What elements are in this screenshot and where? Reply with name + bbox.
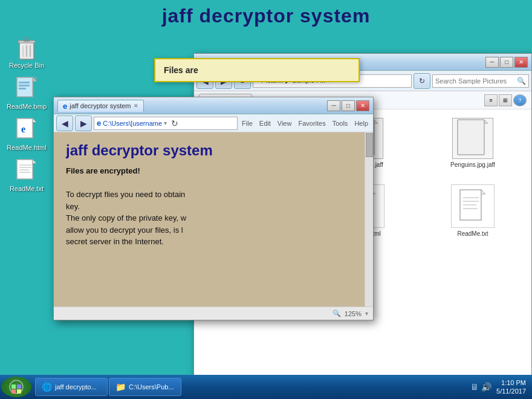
taskbar: 🌐 jaff decrypto... 📁 C:\Users\Pub... 🖥 🔊…	[0, 375, 532, 399]
yellow-popup: Files are	[154, 58, 360, 82]
clock-date: 5/11/2017	[496, 387, 526, 395]
svg-text:e: e	[21, 124, 25, 134]
readme-txt-file-label: ReadMe.txt	[457, 230, 488, 237]
readme-txt-icon	[15, 160, 39, 184]
encrypted-notice: Files are encrypted!	[66, 166, 140, 175]
desktop-icon-readme-bmp[interactable]: ReadMe.bmp	[5, 77, 48, 110]
help-button[interactable]: ?	[513, 94, 527, 106]
view-btn-1[interactable]: ≡	[484, 94, 498, 106]
yellow-popup-text: Files are	[164, 65, 350, 75]
readme-bmp-label: ReadMe.bmp	[7, 103, 47, 110]
browser-tabs: e jaff decryptor system ✕	[57, 100, 327, 112]
readme-txt-label: ReadMe.txt	[10, 185, 44, 192]
recycle-bin-icon	[15, 36, 39, 60]
svg-rect-40	[11, 389, 16, 394]
address-refresh-btn[interactable]: ↻	[171, 118, 178, 128]
explorer-search-input[interactable]	[435, 77, 517, 85]
tab-close-button[interactable]: ✕	[134, 103, 138, 109]
explorer-minimize-button[interactable]: ─	[485, 57, 499, 68]
svg-marker-14	[33, 118, 36, 122]
explorer-window-controls: ─ □ ✕	[485, 57, 528, 68]
browser-content: jaff decryptor system Files are encrypte…	[54, 132, 373, 307]
svg-rect-10	[19, 82, 30, 83]
browser-scrollbar[interactable]	[365, 132, 373, 307]
file-item-readme-txt[interactable]: ReadMe.txt	[420, 182, 525, 239]
scrollbar-thumb[interactable]	[366, 133, 373, 157]
browser-body-text: Files are encrypted! To decrypt flies yo…	[66, 165, 361, 248]
browser-window-controls: ─ □ ✕	[327, 100, 369, 111]
svg-rect-6	[21, 44, 24, 57]
desktop-icon-readme-txt[interactable]: ReadMe.txt	[5, 160, 48, 192]
svg-rect-38	[11, 384, 16, 389]
browser-toolbar: ◀ ▶ e C:\Users\[username ▾ ↻ File Edit V…	[54, 114, 373, 132]
readme-bmp-icon	[15, 77, 39, 102]
explorer-refresh-button[interactable]: ↻	[414, 73, 430, 89]
svg-marker-17	[33, 160, 36, 163]
browser-forward-button[interactable]: ▶	[75, 115, 92, 131]
desktop-icon-readme-html[interactable]: e ReadMe.html	[5, 118, 48, 151]
address-dropdown-icon: ▾	[164, 120, 167, 126]
browser-minimize-button[interactable]: ─	[327, 100, 340, 111]
svg-rect-16	[17, 160, 33, 179]
browser-heading: jaff decryptor system	[66, 142, 361, 159]
svg-marker-32	[481, 190, 485, 194]
browser-menu-favorites[interactable]: Favorites	[296, 120, 328, 127]
file-item-penguins[interactable]: Penguins.jpg.jaff	[420, 115, 525, 177]
taskbar-clock: 1:10 PM 5/11/2017	[496, 378, 526, 396]
browser-menu-file[interactable]: File	[239, 120, 255, 127]
taskbar-folder-label: C:\Users\Pub...	[129, 383, 174, 391]
browser-address-text: C:\Users\[username	[103, 120, 162, 127]
browser-tab-label: jaff decryptor system	[70, 102, 131, 109]
browser-window: e jaff decryptor system ✕ ─ □ ✕ ◀ ▶ e C:…	[53, 97, 374, 320]
recycle-bin-label: Recycle Bin	[9, 62, 44, 69]
explorer-close-button[interactable]: ✕	[514, 57, 528, 68]
browser-menu-tools[interactable]: Tools	[330, 120, 351, 127]
readme-html-icon: e	[15, 118, 39, 143]
readme-html-label: ReadMe.html	[7, 144, 46, 151]
svg-rect-11	[19, 85, 30, 86]
zoom-label: 🔍	[332, 310, 341, 317]
svg-marker-27	[484, 120, 488, 123]
ie-icon: 🌐	[42, 382, 52, 392]
readme-txt-thumb	[451, 184, 495, 228]
desktop-title: jaff decryptor system	[0, 0, 532, 27]
svg-rect-5	[24, 38, 30, 41]
clock-time: 1:10 PM	[496, 378, 526, 387]
taskbar-ie-item[interactable]: 🌐 jaff decrypto...	[35, 378, 108, 396]
penguins-thumb	[452, 118, 493, 159]
explorer-maximize-button[interactable]: □	[500, 57, 513, 68]
allow-text: allow you to decrypt your files, is l	[66, 225, 183, 235]
browser-maximize-button[interactable]: □	[342, 100, 355, 111]
taskbar-right: 🖥 🔊 1:10 PM 5/11/2017	[470, 378, 531, 396]
svg-rect-7	[17, 77, 33, 97]
desktop-icon-recycle-bin[interactable]: Recycle Bin	[5, 36, 48, 69]
browser-menu-view[interactable]: View	[275, 120, 294, 127]
svg-marker-25	[374, 120, 378, 123]
browser-menu-help[interactable]: Help	[352, 120, 371, 127]
browser-close-button[interactable]: ✕	[356, 100, 369, 111]
zoom-dropdown[interactable]: ▾	[365, 310, 368, 317]
taskbar-folder-item[interactable]: 📁 C:\Users\Pub...	[109, 378, 181, 396]
zoom-value: 125%	[345, 310, 362, 317]
explorer-search-bar[interactable]: 🔍	[432, 74, 529, 88]
key-text: key.	[66, 202, 80, 211]
browser-menu-edit[interactable]: Edit	[257, 120, 273, 127]
search-icon: 🔍	[517, 77, 526, 85]
taskbar-ie-label: jaff decrypto...	[55, 383, 97, 391]
browser-back-button[interactable]: ◀	[56, 115, 73, 131]
browser-statusbar: 🔍 125% ▾	[54, 307, 373, 320]
server-text: secret server in the Internet.	[66, 237, 164, 246]
start-button[interactable]	[1, 377, 31, 397]
volume-icon: 🔊	[481, 382, 491, 392]
penguins-label: Penguins.jpg.jaff	[450, 161, 495, 168]
svg-rect-12	[19, 88, 26, 89]
view-controls: ≡ ⊞ ?	[484, 94, 527, 106]
decrypt-instruction: To decrypt flies you need to obtain	[66, 190, 185, 199]
taskbar-system-icons: 🖥 🔊	[470, 382, 491, 392]
network-icon: 🖥	[470, 382, 479, 392]
folder-taskbar-icon: 📁	[115, 382, 126, 392]
browser-address-bar[interactable]: e C:\Users\[username ▾ ↻	[94, 117, 238, 130]
view-btn-2[interactable]: ⊞	[499, 94, 512, 106]
browser-titlebar: e jaff decryptor system ✕ ─ □ ✕	[54, 97, 373, 114]
browser-tab[interactable]: e jaff decryptor system ✕	[57, 100, 144, 112]
